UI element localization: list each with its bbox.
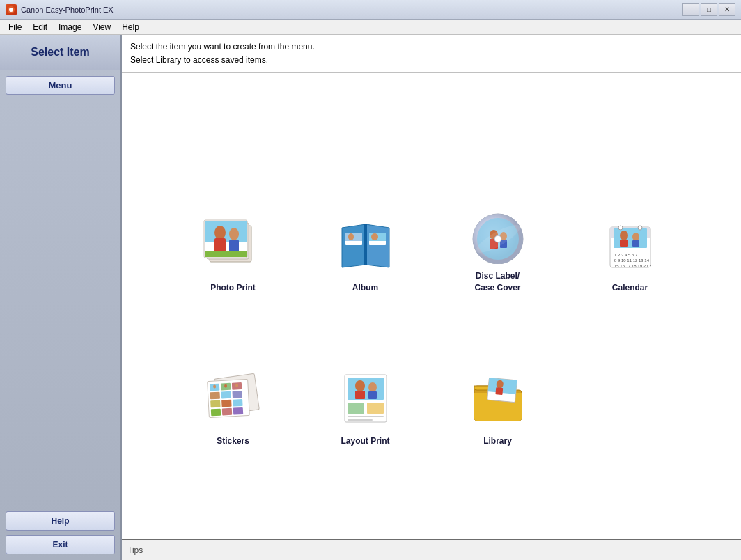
svg-rect-63 — [348, 403, 364, 414]
svg-point-13 — [348, 233, 354, 240]
svg-text:8  9 10 11 12 13 14: 8 9 10 11 12 13 14 — [614, 258, 650, 263]
tips-label: Tips — [127, 545, 143, 555]
menubar: File Edit Image View Help — [0, 20, 741, 35]
photo-print-icon — [202, 214, 265, 277]
svg-point-16 — [371, 233, 378, 240]
svg-rect-48 — [210, 400, 221, 408]
window-title: Canon Easy-PhotoPrint EX — [21, 6, 682, 14]
svg-text:15 16 17 18 19 20 21: 15 16 17 18 19 20 21 — [614, 264, 654, 268]
svg-rect-52 — [221, 408, 232, 416]
svg-text:1  2  3  4  5  6  7: 1 2 3 4 5 6 7 — [614, 253, 638, 257]
grid-item-photo-print[interactable]: Photo Print — [178, 160, 289, 300]
stickers-label: Stickers — [217, 435, 249, 447]
info-line2: Select Library to access saved items. — [130, 54, 733, 67]
album-label: Album — [352, 282, 378, 294]
menu-image[interactable]: Image — [53, 20, 87, 34]
svg-point-31 — [620, 231, 628, 240]
grid-item-stickers[interactable]: Stickers — [178, 313, 289, 453]
calendar-icon: 1 2 3 4 5 6 7 8 9 10 11 12 13 14 15 16 1… — [599, 214, 662, 277]
svg-point-8 — [229, 228, 239, 240]
stickers-icon — [202, 367, 265, 430]
content-area: Select the item you want to create from … — [122, 35, 741, 560]
grid-item-album[interactable]: Album — [310, 160, 421, 300]
svg-rect-53 — [233, 407, 243, 415]
svg-point-39 — [638, 226, 642, 230]
svg-rect-65 — [348, 416, 384, 417]
disc-label-label: Disc Label/Case Cover — [474, 270, 520, 294]
layout-print-icon — [334, 367, 397, 430]
library-icon — [467, 367, 529, 430]
svg-rect-60 — [355, 391, 365, 399]
help-button[interactable]: Help — [6, 511, 115, 531]
grid-item-library[interactable]: Library — [442, 313, 554, 453]
svg-rect-30 — [614, 228, 647, 248]
menu-file[interactable]: File — [3, 20, 27, 34]
maximize-button[interactable]: □ — [701, 3, 717, 16]
library-label: Library — [483, 435, 512, 447]
svg-point-1 — [9, 8, 13, 12]
svg-point-61 — [368, 382, 377, 392]
menu-edit[interactable]: Edit — [27, 20, 53, 34]
svg-point-38 — [618, 226, 623, 230]
exit-button[interactable]: Exit — [6, 535, 115, 554]
minimize-button[interactable]: — — [682, 3, 699, 16]
tips-bar: Tips — [122, 539, 741, 560]
sidebar-spacer — [0, 100, 120, 506]
layout-print-label: Layout Print — [341, 435, 389, 447]
sidebar-action-buttons: Help Exit — [0, 506, 120, 560]
item-grid: Photo Print — [164, 146, 700, 467]
grid-item-calendar[interactable]: 1 2 3 4 5 6 7 8 9 10 11 12 13 14 15 16 1… — [575, 160, 686, 300]
titlebar: Canon Easy-PhotoPrint EX — □ ✕ — [0, 0, 741, 20]
svg-rect-64 — [367, 403, 384, 414]
calendar-label: Calendar — [612, 282, 648, 294]
svg-rect-51 — [210, 408, 221, 416]
svg-rect-66 — [348, 419, 373, 421]
app-body: Select Item Menu Help Exit Select the it… — [0, 35, 741, 560]
svg-rect-49 — [221, 400, 232, 407]
svg-rect-50 — [233, 399, 243, 407]
menu-view[interactable]: View — [87, 20, 116, 34]
svg-rect-46 — [221, 391, 231, 399]
svg-rect-47 — [232, 391, 242, 398]
svg-point-33 — [632, 233, 639, 241]
svg-rect-58 — [348, 378, 384, 400]
svg-rect-45 — [210, 392, 220, 400]
sidebar: Select Item Menu Help Exit — [0, 35, 122, 560]
svg-rect-5 — [205, 221, 247, 242]
svg-point-6 — [214, 226, 226, 240]
info-line1: Select the item you want to create from … — [130, 40, 733, 54]
svg-point-59 — [355, 380, 365, 391]
photo-print-label: Photo Print — [210, 282, 256, 294]
svg-rect-62 — [368, 391, 377, 399]
svg-rect-9 — [229, 240, 239, 252]
main-grid-area: Photo Print — [122, 73, 741, 539]
menu-button[interactable]: Menu — [6, 76, 115, 95]
grid-item-disc-label[interactable]: Disc Label/Case Cover — [442, 160, 554, 300]
svg-rect-10 — [205, 251, 247, 257]
grid-item-layout-print[interactable]: Layout Print — [310, 313, 421, 453]
close-button[interactable]: ✕ — [719, 3, 735, 16]
svg-rect-7 — [214, 238, 226, 252]
album-icon — [334, 214, 397, 277]
window-controls: — □ ✕ — [682, 3, 735, 16]
app-icon — [6, 4, 17, 15]
svg-rect-34 — [632, 240, 639, 247]
disc-label-icon — [467, 202, 529, 265]
svg-rect-17 — [364, 224, 367, 265]
info-bar: Select the item you want to create from … — [122, 35, 741, 73]
menu-help[interactable]: Help — [116, 20, 145, 34]
svg-rect-32 — [620, 240, 628, 247]
svg-rect-70 — [495, 387, 503, 395]
select-item-heading: Select Item — [0, 35, 120, 70]
